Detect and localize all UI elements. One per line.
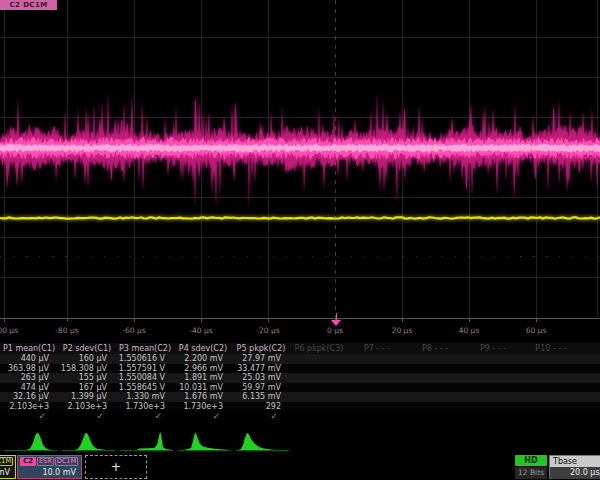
param-value-cell <box>522 354 580 364</box>
param-value-cell <box>290 392 348 402</box>
param-status-check <box>522 411 580 422</box>
param-header-p1[interactable]: P1 mean(C1) <box>0 343 58 354</box>
add-trace-button[interactable]: + <box>85 455 147 479</box>
descriptor-row: DC1M 10.0 mV C2 ESR DC1M 10.0 mV + HD 12… <box>0 455 600 480</box>
param-header-p6[interactable]: P6 pkpk(C3) <box>290 343 348 354</box>
channel-c2-descriptor[interactable]: C2 ESR DC1M 10.0 mV <box>17 455 82 479</box>
param-value-cell: 160 µV <box>58 354 116 364</box>
param-value-cell <box>522 364 580 374</box>
param-header-p11[interactable]: P11 <box>580 343 600 354</box>
c1-coupling-badge: DC1M <box>0 457 13 466</box>
param-value-cell <box>464 402 522 412</box>
param-value-cell <box>406 354 464 364</box>
param-value-cell: 25.03 mV <box>232 373 290 383</box>
param-value-cell <box>348 364 406 374</box>
time-axis-label: 60 µs <box>516 326 556 335</box>
param-value-cell <box>290 354 348 364</box>
param-value-cell <box>406 373 464 383</box>
c2-vertical-scale: 10.0 mV <box>20 466 79 477</box>
param-value-cell <box>464 373 522 383</box>
param-value-cell <box>348 392 406 402</box>
param-value-cell <box>580 402 600 412</box>
param-value-cell <box>580 383 600 393</box>
c1-trace <box>0 217 600 218</box>
axis-tick <box>536 319 537 322</box>
param-value-cell: 1.399 µV <box>58 392 116 402</box>
c1-vertical-scale: 10.0 mV <box>0 466 13 477</box>
param-status-check: ✓ <box>0 411 58 422</box>
waveform-grid: C2 DC1M <box>0 0 600 318</box>
param-value-cell <box>580 354 600 364</box>
param-header-p3[interactable]: P3 mean(C2) <box>116 343 174 354</box>
param-value-cell <box>348 402 406 412</box>
c2-coupling-badge: DC1M <box>55 457 78 466</box>
c2-esr-badge: ESR <box>37 457 54 466</box>
axis-tick <box>201 319 202 322</box>
hd-badge: HD <box>515 455 547 466</box>
param-header-p2[interactable]: P2 sdev(C1) <box>58 343 116 354</box>
param-header-p7[interactable]: P7 - - - <box>348 343 406 354</box>
axis-tick <box>268 319 269 322</box>
histicon-p4[interactable] <box>184 432 230 450</box>
param-value-cell: 155 µV <box>58 373 116 383</box>
hd-mode-indicator[interactable]: HD 12 Bits <box>515 455 547 479</box>
param-value-cell: 363.98 µV <box>0 364 58 374</box>
param-header-p9[interactable]: P9 - - - <box>464 343 522 354</box>
param-value-cell: 33.477 mV <box>232 364 290 374</box>
param-value-cell <box>580 373 600 383</box>
param-value-cell: 2.103e+3 <box>0 402 58 412</box>
param-value-cell <box>464 392 522 402</box>
param-value-cell: 27.97 mV <box>232 354 290 364</box>
param-value-cell: 59.97 mV <box>232 383 290 393</box>
axis-tick <box>469 319 470 322</box>
param-value-cell: 1.550616 V <box>116 354 174 364</box>
param-value-cell <box>464 383 522 393</box>
param-value-cell <box>290 364 348 374</box>
param-value-cell <box>580 364 600 374</box>
param-value-cell <box>348 373 406 383</box>
param-value-cell: 167 µV <box>58 383 116 393</box>
param-status-check <box>290 411 348 422</box>
param-value-cell <box>522 402 580 412</box>
time-axis-label: -80 µs <box>47 326 87 335</box>
param-status-check: ✓ <box>174 411 232 422</box>
histicon-p1[interactable] <box>26 433 51 451</box>
param-value-cell: 2.200 mV <box>174 354 232 364</box>
timebase-scale: 20.0 µs/div <box>550 467 600 479</box>
param-header-p8[interactable]: P8 - - - <box>406 343 464 354</box>
param-header-p10[interactable]: P10 - - - <box>522 343 580 354</box>
param-value-cell <box>290 383 348 393</box>
trace-label-badge[interactable]: C2 DC1M <box>0 0 57 10</box>
time-axis: -100 µs-80 µs-60 µs-40 µs-20 µs0 µs20 µs… <box>0 318 600 344</box>
param-header-p4[interactable]: P4 sdev(C2) <box>174 343 232 354</box>
param-value-cell <box>290 402 348 412</box>
param-status-check <box>348 411 406 422</box>
time-axis-label: 20 µs <box>382 326 422 335</box>
param-header-p5[interactable]: P5 pkpk(C2) <box>232 343 290 354</box>
param-value-cell <box>464 364 522 374</box>
param-value-cell <box>522 392 580 402</box>
trigger-position-marker[interactable] <box>331 320 341 326</box>
param-value-cell: 1.891 mV <box>174 373 232 383</box>
channel-c1-descriptor[interactable]: DC1M 10.0 mV <box>0 455 16 479</box>
param-status-check: ✓ <box>232 411 290 422</box>
param-value-cell <box>290 373 348 383</box>
hd-bits-label: 12 Bits <box>515 467 547 479</box>
axis-tick <box>4 319 5 322</box>
axis-tick <box>67 319 68 322</box>
time-axis-label: -100 µs <box>0 326 24 335</box>
param-value-cell: 2.103e+3 <box>58 402 116 412</box>
timebase-descriptor[interactable]: Tbase 20.0 µs/div <box>549 455 600 479</box>
histicon-p2[interactable] <box>74 433 106 451</box>
time-axis-label: -60 µs <box>114 326 154 335</box>
param-value-cell <box>348 354 406 364</box>
param-value-cell <box>464 354 522 364</box>
histicon-p5[interactable] <box>238 433 276 450</box>
param-value-cell: 2.966 mV <box>174 364 232 374</box>
param-value-cell <box>406 383 464 393</box>
c1-trace-line <box>0 217 600 218</box>
param-value-cell: 1.558645 V <box>116 383 174 393</box>
axis-tick <box>402 319 403 322</box>
param-status-check <box>406 411 464 422</box>
histicon-p3[interactable] <box>137 432 171 450</box>
